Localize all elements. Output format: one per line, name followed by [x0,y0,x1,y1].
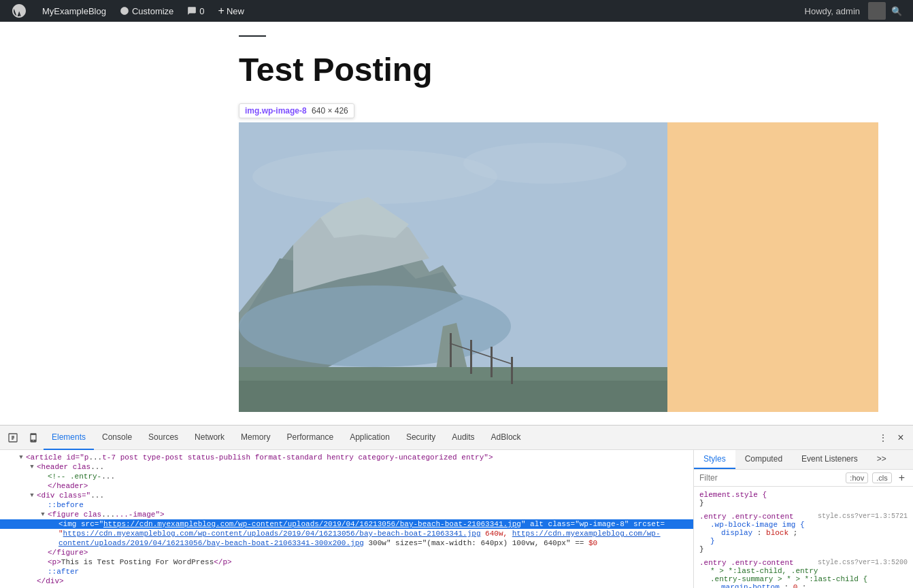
search-icon[interactable]: 🔍 [886,6,908,16]
plus-icon: + [218,5,225,17]
comments-count: 0 [199,6,204,16]
wp-admin-bar: MyExampleBlog Customize 0 + New Howdy, a… [0,0,913,22]
new-label: New [227,6,244,16]
post-title: Test Posting [239,50,769,90]
image-class-name: img.wp-image-8 [245,106,307,116]
site-divider [239,35,266,37]
howdy-text: Howdy, admin [799,6,865,16]
main-content: Test Posting img.wp-image-8 640 × 426 [0,22,913,425]
featured-image-container [239,122,878,412]
customize-label: Customize [132,6,173,16]
image-orange-panel [667,122,878,412]
image-class-tooltip: img.wp-image-8 640 × 426 [239,103,354,118]
wp-logo[interactable] [5,0,35,22]
admin-bar-right: Howdy, admin 🔍 [799,2,908,20]
admin-avatar[interactable] [868,2,886,20]
featured-image-photo [239,122,667,412]
post-area: Test Posting img.wp-image-8 640 × 426 [116,22,797,425]
svg-rect-16 [239,122,667,412]
site-name-item[interactable]: MyExampleBlog [35,0,113,22]
comments-item[interactable]: 0 [180,0,211,22]
image-dimensions-tooltip: 640 × 426 [312,106,348,116]
site-name-label: MyExampleBlog [42,6,106,16]
customize-item[interactable]: Customize [113,0,180,22]
new-item[interactable]: + New [212,0,251,22]
